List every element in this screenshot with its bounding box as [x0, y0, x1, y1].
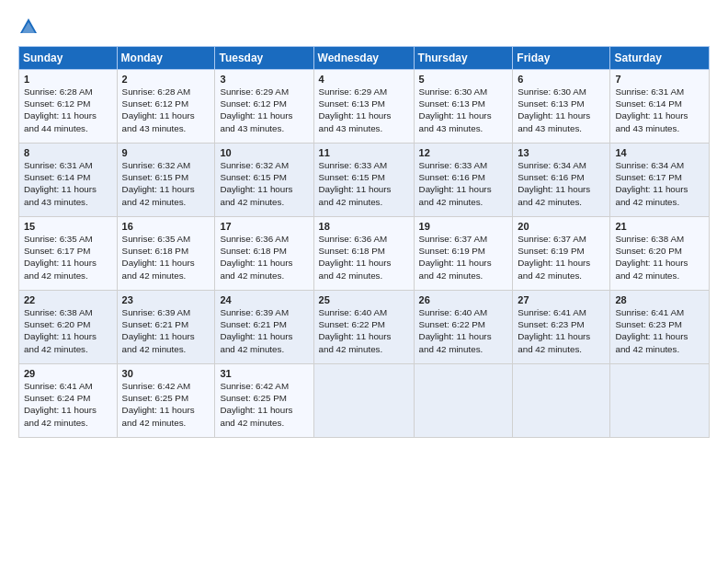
day-info: Sunrise: 6:34 AMSunset: 6:16 PMDaylight:…	[518, 159, 606, 208]
calendar-cell: 27Sunrise: 6:41 AMSunset: 6:23 PMDayligh…	[513, 291, 610, 364]
day-info: Sunrise: 6:38 AMSunset: 6:20 PMDaylight:…	[24, 306, 113, 355]
day-info: Sunrise: 6:39 AMSunset: 6:21 PMDaylight:…	[220, 306, 309, 355]
day-info: Sunrise: 6:42 AMSunset: 6:25 PMDaylight:…	[122, 380, 211, 429]
calendar-cell: 23Sunrise: 6:39 AMSunset: 6:21 PMDayligh…	[117, 291, 215, 364]
col-header-monday: Monday	[117, 47, 215, 70]
day-number: 21	[615, 221, 705, 232]
day-number: 16	[122, 221, 211, 232]
day-number: 1	[24, 74, 113, 85]
calendar-cell: 13Sunrise: 6:34 AMSunset: 6:16 PMDayligh…	[513, 144, 610, 217]
day-info: Sunrise: 6:38 AMSunset: 6:20 PMDaylight:…	[615, 233, 705, 282]
day-number: 2	[122, 74, 211, 85]
calendar-cell: 29Sunrise: 6:41 AMSunset: 6:24 PMDayligh…	[19, 364, 118, 438]
calendar-cell: 5Sunrise: 6:30 AMSunset: 6:13 PMDaylight…	[414, 70, 513, 144]
calendar-cell	[513, 364, 610, 438]
calendar-cell: 24Sunrise: 6:39 AMSunset: 6:21 PMDayligh…	[215, 291, 313, 364]
day-number: 8	[24, 147, 113, 158]
day-info: Sunrise: 6:36 AMSunset: 6:18 PMDaylight:…	[319, 233, 410, 282]
day-info: Sunrise: 6:33 AMSunset: 6:16 PMDaylight:…	[419, 159, 509, 208]
calendar-cell: 12Sunrise: 6:33 AMSunset: 6:16 PMDayligh…	[414, 144, 513, 217]
day-info: Sunrise: 6:32 AMSunset: 6:15 PMDaylight:…	[220, 159, 309, 208]
calendar-cell	[414, 364, 513, 438]
calendar-cell: 31Sunrise: 6:42 AMSunset: 6:25 PMDayligh…	[215, 364, 313, 438]
day-info: Sunrise: 6:41 AMSunset: 6:24 PMDaylight:…	[24, 380, 113, 429]
day-info: Sunrise: 6:32 AMSunset: 6:15 PMDaylight:…	[122, 159, 211, 208]
day-number: 28	[615, 294, 705, 305]
day-number: 24	[220, 294, 309, 305]
day-info: Sunrise: 6:37 AMSunset: 6:19 PMDaylight:…	[419, 233, 509, 282]
calendar-cell: 3Sunrise: 6:29 AMSunset: 6:12 PMDaylight…	[215, 70, 313, 144]
day-number: 7	[615, 74, 705, 85]
day-info: Sunrise: 6:40 AMSunset: 6:22 PMDaylight:…	[319, 306, 410, 355]
day-info: Sunrise: 6:35 AMSunset: 6:18 PMDaylight:…	[122, 233, 211, 282]
day-number: 10	[220, 147, 309, 158]
calendar-cell: 1Sunrise: 6:28 AMSunset: 6:12 PMDaylight…	[19, 70, 118, 144]
day-info: Sunrise: 6:39 AMSunset: 6:21 PMDaylight:…	[122, 306, 211, 355]
calendar-cell: 18Sunrise: 6:36 AMSunset: 6:18 PMDayligh…	[313, 217, 414, 291]
day-number: 14	[615, 147, 705, 158]
calendar-cell	[313, 364, 414, 438]
day-info: Sunrise: 6:41 AMSunset: 6:23 PMDaylight:…	[518, 306, 606, 355]
col-header-sunday: Sunday	[19, 47, 118, 70]
calendar-cell: 4Sunrise: 6:29 AMSunset: 6:13 PMDaylight…	[313, 70, 414, 144]
day-number: 4	[319, 74, 410, 85]
day-number: 13	[518, 147, 606, 158]
day-number: 6	[518, 74, 606, 85]
day-info: Sunrise: 6:35 AMSunset: 6:17 PMDaylight:…	[24, 233, 113, 282]
day-number: 18	[319, 221, 410, 232]
day-info: Sunrise: 6:31 AMSunset: 6:14 PMDaylight:…	[615, 86, 705, 134]
day-info: Sunrise: 6:34 AMSunset: 6:17 PMDaylight:…	[615, 159, 705, 208]
day-number: 9	[122, 147, 211, 158]
day-info: Sunrise: 6:28 AMSunset: 6:12 PMDaylight:…	[24, 86, 113, 134]
logo	[18, 15, 42, 37]
calendar-cell: 20Sunrise: 6:37 AMSunset: 6:19 PMDayligh…	[513, 217, 610, 291]
calendar-cell: 7Sunrise: 6:31 AMSunset: 6:14 PMDaylight…	[610, 70, 710, 144]
col-header-wednesday: Wednesday	[313, 47, 414, 70]
day-number: 20	[518, 221, 606, 232]
day-number: 5	[419, 74, 509, 85]
day-number: 11	[319, 147, 410, 158]
calendar-cell: 11Sunrise: 6:33 AMSunset: 6:15 PMDayligh…	[313, 144, 414, 217]
col-header-friday: Friday	[513, 47, 610, 70]
day-number: 15	[24, 221, 113, 232]
calendar-cell: 9Sunrise: 6:32 AMSunset: 6:15 PMDaylight…	[117, 144, 215, 217]
day-number: 17	[220, 221, 309, 232]
calendar-cell: 22Sunrise: 6:38 AMSunset: 6:20 PMDayligh…	[19, 291, 118, 364]
header	[18, 15, 710, 37]
day-number: 3	[220, 74, 309, 85]
calendar-cell: 30Sunrise: 6:42 AMSunset: 6:25 PMDayligh…	[117, 364, 215, 438]
calendar-cell: 10Sunrise: 6:32 AMSunset: 6:15 PMDayligh…	[215, 144, 313, 217]
calendar-week-4: 22Sunrise: 6:38 AMSunset: 6:20 PMDayligh…	[19, 291, 710, 364]
day-info: Sunrise: 6:30 AMSunset: 6:13 PMDaylight:…	[419, 86, 509, 134]
calendar-week-3: 15Sunrise: 6:35 AMSunset: 6:17 PMDayligh…	[19, 217, 710, 291]
calendar-cell: 28Sunrise: 6:41 AMSunset: 6:23 PMDayligh…	[610, 291, 710, 364]
day-number: 12	[419, 147, 509, 158]
day-number: 29	[24, 368, 113, 379]
day-number: 23	[122, 294, 211, 305]
calendar-cell: 21Sunrise: 6:38 AMSunset: 6:20 PMDayligh…	[610, 217, 710, 291]
day-number: 19	[419, 221, 509, 232]
day-info: Sunrise: 6:29 AMSunset: 6:13 PMDaylight:…	[319, 86, 410, 134]
calendar-header-row: SundayMondayTuesdayWednesdayThursdayFrid…	[19, 47, 710, 70]
day-number: 26	[419, 294, 509, 305]
day-info: Sunrise: 6:33 AMSunset: 6:15 PMDaylight:…	[319, 159, 410, 208]
day-info: Sunrise: 6:36 AMSunset: 6:18 PMDaylight:…	[220, 233, 309, 282]
day-info: Sunrise: 6:41 AMSunset: 6:23 PMDaylight:…	[615, 306, 705, 355]
col-header-tuesday: Tuesday	[215, 47, 313, 70]
calendar-cell: 15Sunrise: 6:35 AMSunset: 6:17 PMDayligh…	[19, 217, 118, 291]
calendar-week-1: 1Sunrise: 6:28 AMSunset: 6:12 PMDaylight…	[19, 70, 710, 144]
day-info: Sunrise: 6:37 AMSunset: 6:19 PMDaylight:…	[518, 233, 606, 282]
col-header-saturday: Saturday	[610, 47, 710, 70]
calendar-cell: 19Sunrise: 6:37 AMSunset: 6:19 PMDayligh…	[414, 217, 513, 291]
col-header-thursday: Thursday	[414, 47, 513, 70]
day-number: 25	[319, 294, 410, 305]
calendar-cell: 26Sunrise: 6:40 AMSunset: 6:22 PMDayligh…	[414, 291, 513, 364]
calendar-cell: 14Sunrise: 6:34 AMSunset: 6:17 PMDayligh…	[610, 144, 710, 217]
day-number: 22	[24, 294, 113, 305]
day-info: Sunrise: 6:31 AMSunset: 6:14 PMDaylight:…	[24, 159, 113, 208]
calendar-cell: 16Sunrise: 6:35 AMSunset: 6:18 PMDayligh…	[117, 217, 215, 291]
day-number: 30	[122, 368, 211, 379]
calendar-cell: 6Sunrise: 6:30 AMSunset: 6:13 PMDaylight…	[513, 70, 610, 144]
day-info: Sunrise: 6:42 AMSunset: 6:25 PMDaylight:…	[220, 380, 309, 429]
logo-icon	[18, 17, 39, 37]
